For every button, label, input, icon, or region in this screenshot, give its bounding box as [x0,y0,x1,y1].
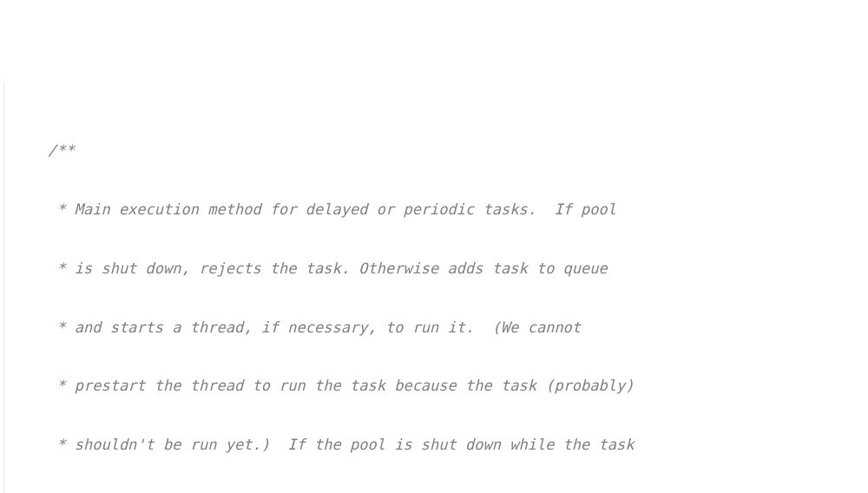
comment-text: * and starts a thread, if necessary, to … [48,319,581,336]
code-line: * and starts a thread, if necessary, to … [0,318,868,338]
comment-text: * prestart the thread to run the task be… [48,377,635,394]
code-line: * is shut down, rejects the task. Otherw… [0,259,868,279]
code-line: * Main execution method for delayed or p… [0,200,868,220]
code-line: * shouldn't be run yet.) If the pool is … [0,435,868,455]
code-editor[interactable]: /** * Main execution method for delayed … [0,82,868,493]
comment-text: * Main execution method for delayed or p… [48,200,616,218]
comment-start: /** [48,141,75,159]
code-line: /** [0,141,868,161]
comment-text: * is shut down, rejects the task. Otherw… [48,260,608,277]
code-line: * prestart the thread to run the task be… [0,376,868,396]
comment-text: * shouldn't be run yet.) If the pool is … [48,436,635,453]
